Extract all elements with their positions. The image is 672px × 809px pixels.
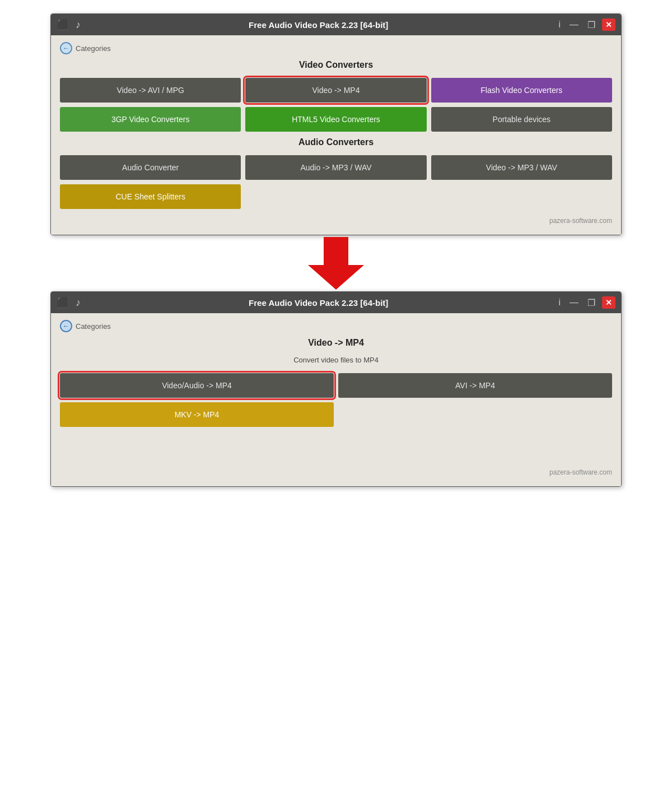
- audio-converters-title: Audio Converters: [60, 137, 612, 147]
- info-button[interactable]: i: [556, 18, 563, 31]
- arrow-shaft: [324, 237, 348, 265]
- portable-devices-button[interactable]: Portable devices: [431, 107, 612, 132]
- video-mp3-wav-button[interactable]: Video -> MP3 / WAV: [431, 155, 612, 180]
- film-icon-2: ⬛: [57, 297, 69, 308]
- video-mp4-section-title: Video -> MP4: [60, 338, 612, 348]
- restore-button[interactable]: ❐: [585, 18, 598, 31]
- music-icon-2: ♪: [76, 297, 81, 308]
- flash-video-button[interactable]: Flash Video Converters: [431, 78, 612, 103]
- avi-mp4-button[interactable]: AVI -> MP4: [338, 373, 612, 398]
- video-mp4-subtitle: Convert video files to MP4: [60, 356, 612, 364]
- back-circle-icon-1: ←: [60, 42, 72, 54]
- arrow-head: [308, 265, 364, 290]
- audio-converter-button[interactable]: Audio Converter: [60, 155, 241, 180]
- audio-buttons-grid: Audio Converter Audio -> MP3 / WAV Video…: [60, 155, 612, 180]
- video-mp4-button[interactable]: Video -> MP4: [245, 78, 426, 103]
- back-button-2[interactable]: ←: [60, 320, 72, 332]
- film-icon: ⬛: [57, 20, 69, 30]
- video-converters-title: Video Converters: [60, 60, 612, 70]
- 3gp-video-button[interactable]: 3GP Video Converters: [60, 107, 241, 132]
- minimize-button-2[interactable]: —: [567, 296, 581, 309]
- restore-button-2[interactable]: ❐: [585, 296, 598, 309]
- minimize-button[interactable]: —: [567, 18, 581, 31]
- categories-label-1: Categories: [76, 44, 111, 53]
- arrow-section: [0, 235, 672, 291]
- cue-sheet-button[interactable]: CUE Sheet Splitters: [60, 184, 241, 209]
- info-button-2[interactable]: i: [556, 296, 563, 309]
- window-1-body: ← Categories Video Converters Video -> A…: [51, 35, 621, 235]
- categories-nav-2: ← Categories: [60, 320, 612, 332]
- watermark-2: pazera-software.com: [60, 465, 612, 477]
- titlebar-controls-2: i — ❐ ✕: [556, 296, 615, 309]
- back-button-1[interactable]: ←: [60, 42, 72, 54]
- titlebar-controls-1: i — ❐ ✕: [556, 18, 615, 31]
- down-arrow: [308, 237, 364, 290]
- window-1: ⬛ ♪ Free Audio Video Pack 2.23 [64-bit] …: [50, 13, 622, 235]
- window-2-body: ← Categories Video -> MP4 Convert video …: [51, 313, 621, 486]
- music-icon: ♪: [76, 20, 81, 30]
- back-circle-icon-2: ←: [60, 320, 72, 332]
- titlebar-left-icons-2: ⬛ ♪: [57, 297, 81, 308]
- watermark-1: pazera-software.com: [60, 213, 612, 226]
- video-buttons-grid: Video -> AVI / MPG Video -> MP4 Flash Vi…: [60, 78, 612, 132]
- close-button[interactable]: ✕: [602, 18, 615, 31]
- html5-video-button[interactable]: HTML5 Video Converters: [245, 107, 426, 132]
- audio-mp3-wav-button[interactable]: Audio -> MP3 / WAV: [245, 155, 426, 180]
- window-title-2: Free Audio Video Pack 2.23 [64-bit]: [81, 298, 556, 308]
- titlebar-left-icons: ⬛ ♪: [57, 20, 81, 30]
- categories-nav-1: ← Categories: [60, 42, 612, 54]
- categories-label-2: Categories: [76, 322, 111, 331]
- titlebar-1: ⬛ ♪ Free Audio Video Pack 2.23 [64-bit] …: [51, 14, 621, 35]
- mp4-buttons-grid: Video/Audio -> MP4 AVI -> MP4: [60, 373, 612, 398]
- window-2: ⬛ ♪ Free Audio Video Pack 2.23 [64-bit] …: [50, 291, 622, 487]
- close-button-2[interactable]: ✕: [602, 296, 615, 309]
- video-avi-mpg-button[interactable]: Video -> AVI / MPG: [60, 78, 241, 103]
- titlebar-2: ⬛ ♪ Free Audio Video Pack 2.23 [64-bit] …: [51, 292, 621, 313]
- mkv-mp4-button[interactable]: MKV -> MP4: [60, 402, 334, 427]
- window-title-1: Free Audio Video Pack 2.23 [64-bit]: [81, 20, 556, 30]
- video-audio-mp4-button[interactable]: Video/Audio -> MP4: [60, 373, 334, 398]
